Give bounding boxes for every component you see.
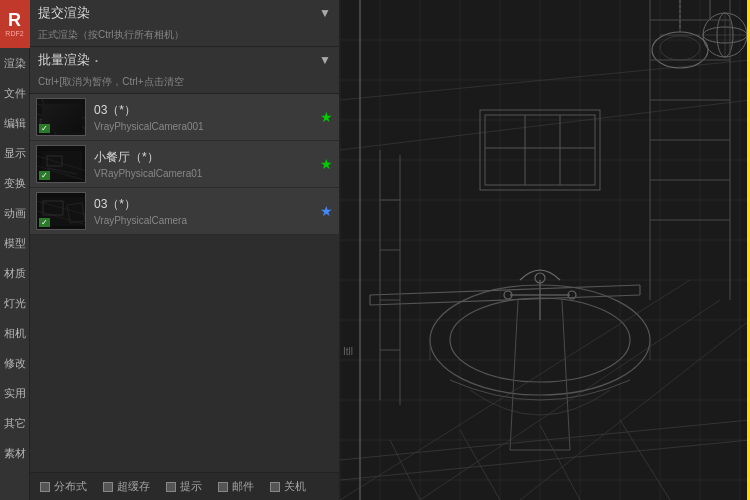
checkbox-sq-hint (166, 482, 176, 492)
checkbox-sq-email (218, 482, 228, 492)
checkbox-supercache[interactable]: 超缓存 (103, 479, 150, 494)
camera-name-3: 03（*） (94, 196, 316, 213)
camera-info-1: 03（*） VrayPhysicalCamera001 (94, 102, 316, 132)
nav-asset[interactable]: 素材 (0, 438, 30, 468)
camera-item-1[interactable]: ✓ 03（*） VrayPhysicalCamera001 ★ (30, 94, 339, 141)
nav-animation[interactable]: 动画 (0, 198, 30, 228)
checkbox-sq-supercache (103, 482, 113, 492)
nav-model[interactable]: 模型 (0, 228, 30, 258)
camera-thumb-2: ✓ (36, 145, 86, 183)
thumb-check-3: ✓ (39, 218, 50, 227)
status-bar: 分布式 超缓存 提示 邮件 关机 (30, 472, 339, 500)
submit-arrow-icon: ▼ (319, 6, 331, 20)
nav-utility[interactable]: 实用 (0, 378, 30, 408)
viewport[interactable]: Itll (340, 0, 750, 500)
checkbox-label-shutdown: 关机 (284, 479, 306, 494)
nav-camera[interactable]: 相机 (0, 318, 30, 348)
checkbox-distributed[interactable]: 分布式 (40, 479, 87, 494)
nav-render[interactable]: 渲染 (0, 48, 30, 78)
logo-version: RDF2 (5, 30, 23, 37)
svg-rect-4 (45, 107, 65, 122)
left-navigation: R RDF2 渲染 文件 编辑 显示 变换 动画 模型 材质 灯光 相机 修改 … (0, 0, 30, 500)
camera-star-2[interactable]: ★ (320, 156, 333, 172)
camera-star-3[interactable]: ★ (320, 203, 333, 219)
camera-thumb-3: ✓ (36, 192, 86, 230)
checkbox-shutdown[interactable]: 关机 (270, 479, 306, 494)
svg-text:Itll: Itll (343, 346, 353, 357)
svg-rect-18 (340, 0, 750, 500)
nav-edit[interactable]: 编辑 (0, 108, 30, 138)
thumb-check-2: ✓ (39, 171, 50, 180)
checkbox-label-email: 邮件 (232, 479, 254, 494)
nav-light[interactable]: 灯光 (0, 288, 30, 318)
camera-item-2[interactable]: ✓ 小餐厅（*） VRayPhysicalCamera01 ★ (30, 141, 339, 188)
checkbox-label-hint: 提示 (180, 479, 202, 494)
logo-r: R (8, 11, 21, 29)
camera-model-1: VrayPhysicalCamera001 (94, 121, 316, 132)
camera-thumb-1: ✓ (36, 98, 86, 136)
wireframe-scene: Itll (340, 0, 750, 500)
submit-render-header[interactable]: 提交渲染 ▼ (30, 0, 339, 26)
batch-render-subtitle: Ctrl+[取消为暂停，Ctrl+点击清空 (30, 73, 339, 93)
logo-box: R RDF2 (0, 0, 30, 48)
camera-model-2: VRayPhysicalCamera01 (94, 168, 316, 179)
batch-render-section: 批量渲染 · ▼ Ctrl+[取消为暂停，Ctrl+点击清空 (30, 47, 339, 94)
camera-name-1: 03（*） (94, 102, 316, 119)
camera-model-3: VrayPhysicalCamera (94, 215, 316, 226)
checkbox-email[interactable]: 邮件 (218, 479, 254, 494)
batch-dot-icon: · (94, 51, 99, 69)
camera-star-1[interactable]: ★ (320, 109, 333, 125)
batch-render-title: 批量渲染 (38, 51, 90, 69)
nav-material[interactable]: 材质 (0, 258, 30, 288)
batch-arrow-icon: ▼ (319, 53, 331, 67)
nav-modify[interactable]: 修改 (0, 348, 30, 378)
middle-panel: 提交渲染 ▼ 正式渲染（按Ctrl执行所有相机） 批量渲染 · ▼ Ctrl+[… (30, 0, 340, 500)
checkbox-sq-distributed (40, 482, 50, 492)
camera-name-2: 小餐厅（*） (94, 149, 316, 166)
camera-info-2: 小餐厅（*） VRayPhysicalCamera01 (94, 149, 316, 179)
checkbox-hint[interactable]: 提示 (166, 479, 202, 494)
submit-render-section: 提交渲染 ▼ 正式渲染（按Ctrl执行所有相机） (30, 0, 339, 47)
submit-render-title: 提交渲染 (38, 4, 90, 22)
checkbox-label-distributed: 分布式 (54, 479, 87, 494)
nav-transform[interactable]: 变换 (0, 168, 30, 198)
thumb-check-1: ✓ (39, 124, 50, 133)
batch-render-header[interactable]: 批量渲染 · ▼ (30, 47, 339, 73)
camera-info-3: 03（*） VrayPhysicalCamera (94, 196, 316, 226)
camera-list: ✓ 03（*） VrayPhysicalCamera001 ★ ✓ (30, 94, 339, 472)
checkbox-label-supercache: 超缓存 (117, 479, 150, 494)
svg-line-1 (37, 104, 86, 119)
submit-render-subtitle: 正式渲染（按Ctrl执行所有相机） (30, 26, 339, 46)
nav-other[interactable]: 其它 (0, 408, 30, 438)
checkbox-sq-shutdown (270, 482, 280, 492)
nav-display[interactable]: 显示 (0, 138, 30, 168)
camera-item-3[interactable]: ✓ 03（*） VrayPhysicalCamera ★ (30, 188, 339, 235)
nav-file[interactable]: 文件 (0, 78, 30, 108)
